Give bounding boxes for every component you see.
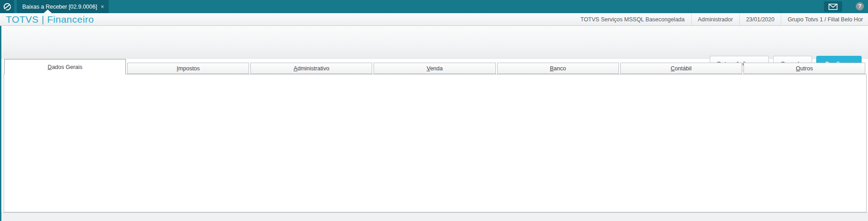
tab-dados-gerais[interactable]: Dados Gerais <box>4 59 126 74</box>
tab-contabil[interactable]: Contábil <box>620 63 742 74</box>
session-info-bar: TOTVS Serviços MSSQL Basecongelada Admin… <box>574 13 868 25</box>
folder-tabs: Dados Gerais Impostos Administrativo Ven… <box>1 59 868 74</box>
mail-button[interactable] <box>824 1 842 12</box>
footer-strip <box>1 212 868 221</box>
help-icon[interactable]: ? <box>856 2 864 10</box>
tab-administrativo[interactable]: Administrativo <box>250 63 372 74</box>
date-label: 23/01/2020 <box>739 13 781 25</box>
routine-tab[interactable]: Baixas a Receber [02.9.0006] × <box>17 0 109 13</box>
close-icon[interactable]: × <box>101 4 104 10</box>
tab-impostos[interactable]: Impostos <box>127 63 249 74</box>
tab-venda[interactable]: Venda <box>374 63 495 74</box>
tab-banco[interactable]: Banco <box>497 63 619 74</box>
active-tab-pointer <box>44 10 52 13</box>
title-bar: Baixa de Titulos - VISUALIZAR Outras Açõ… <box>1 26 868 59</box>
routine-tab-label: Baixas a Receber [02.9.0006] <box>22 4 97 10</box>
top-bar: Baixas a Receber [02.9.0006] × ? <box>0 0 868 13</box>
user-label: Administrador <box>691 13 739 25</box>
environment-label: TOTVS Serviços MSSQL Basecongelada <box>574 13 691 25</box>
branch-label: Grupo Totvs 1 / Filial Belo Hor <box>781 13 868 25</box>
app-menu-button[interactable] <box>0 0 14 13</box>
mail-icon <box>828 4 838 10</box>
header-bar: TOTVS | Financeiro TOTVS Serviços MSSQL … <box>0 13 868 26</box>
tab-outros[interactable]: Outros <box>743 63 865 74</box>
form-panel <box>4 74 867 212</box>
app-window: Baixas a Receber [02.9.0006] × ? TOTVS |… <box>0 0 868 221</box>
totvs-logo-icon <box>4 3 11 10</box>
brand-title: TOTVS | Financeiro <box>6 14 94 25</box>
